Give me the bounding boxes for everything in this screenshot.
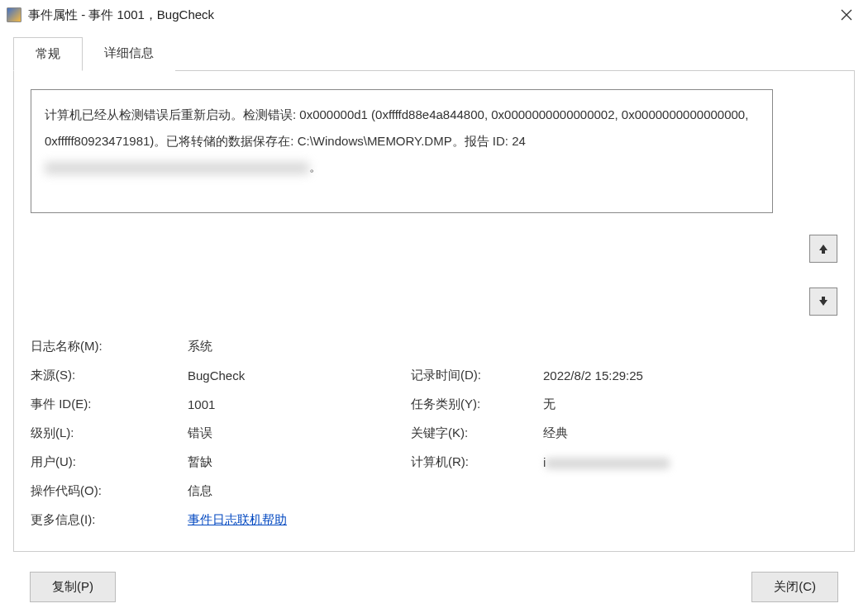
opcode-value: 信息: [188, 483, 411, 499]
level-value: 错误: [188, 425, 411, 441]
dialog-footer: 复制(P) 关闭(C): [13, 552, 855, 602]
description-text: 计算机已经从检测错误后重新启动。检测错误: 0x000000d1 (0xffff…: [45, 107, 748, 148]
event-id-label: 事件 ID(E):: [31, 397, 188, 412]
keywords-label: 关键字(K):: [411, 425, 543, 441]
redacted-computer-name: [546, 458, 670, 469]
event-properties-window: 事件属性 - 事件 1001，BugCheck 常规 详细信息 计算机已经从检测…: [0, 0, 868, 613]
copy-button[interactable]: 复制(P): [30, 572, 116, 602]
log-name-value: 系统: [188, 339, 411, 354]
task-category-value: 无: [543, 397, 837, 412]
log-name-label: 日志名称(M):: [31, 339, 188, 354]
task-category-label: 任务类别(Y):: [411, 397, 543, 412]
logged-value: 2022/8/2 15:29:25: [543, 368, 837, 383]
user-label: 用户(U):: [31, 454, 188, 470]
logged-label: 记录时间(D):: [411, 368, 543, 383]
description-textbox[interactable]: 计算机已经从检测错误后重新启动。检测错误: 0x000000d1 (0xffff…: [31, 89, 773, 213]
close-icon[interactable]: [832, 0, 861, 30]
tab-details[interactable]: 详细信息: [83, 37, 175, 71]
arrow-down-icon: [818, 296, 829, 307]
close-button[interactable]: 关闭(C): [751, 572, 838, 602]
arrow-up-icon: [818, 243, 829, 254]
opcode-label: 操作代码(O):: [31, 483, 188, 499]
computer-label: 计算机(R):: [411, 454, 543, 470]
event-log-help-link[interactable]: 事件日志联机帮助: [188, 512, 287, 526]
redacted-report-id: [45, 162, 309, 174]
user-value: 暂缺: [188, 454, 411, 470]
computer-value: i: [543, 455, 837, 469]
titlebar: 事件属性 - 事件 1001，BugCheck: [0, 0, 868, 30]
content-area: 常规 详细信息 计算机已经从检测错误后重新启动。检测错误: 0x000000d1…: [0, 30, 868, 613]
nav-buttons: [809, 235, 837, 316]
properties-grid: 日志名称(M): 系统 来源(S): BugCheck 记录时间(D): 202…: [31, 339, 837, 528]
description-trailing: 。: [309, 159, 322, 173]
level-label: 级别(L):: [31, 425, 188, 441]
prev-event-button[interactable]: [809, 235, 837, 263]
app-icon: [7, 7, 21, 22]
window-title: 事件属性 - 事件 1001，BugCheck: [28, 7, 832, 23]
keywords-value: 经典: [543, 425, 837, 441]
source-value: BugCheck: [188, 368, 411, 383]
next-event-button[interactable]: [809, 287, 837, 316]
tab-general[interactable]: 常规: [13, 37, 83, 71]
tab-panel-general: 计算机已经从检测错误后重新启动。检测错误: 0x000000d1 (0xffff…: [13, 71, 855, 552]
tabstrip: 常规 详细信息: [13, 36, 855, 71]
more-info-label: 更多信息(I):: [31, 512, 188, 528]
event-id-value: 1001: [188, 397, 411, 411]
source-label: 来源(S):: [31, 368, 188, 383]
